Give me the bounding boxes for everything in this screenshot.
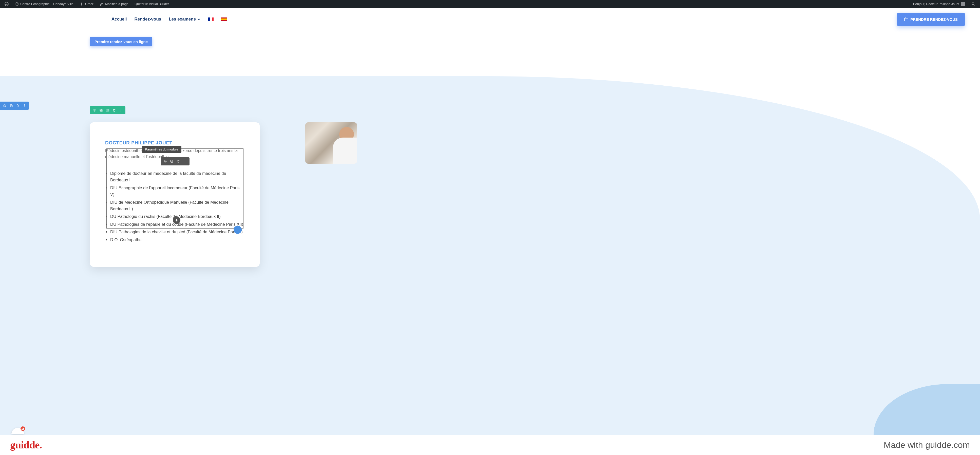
row-duplicate-icon[interactable] [98, 107, 104, 113]
avatar-icon [961, 2, 965, 6]
list-item: DIU de Médecine Orthopédique Manuelle (F… [110, 199, 245, 212]
search-toggle[interactable] [969, 0, 978, 8]
create-label: Créer [85, 2, 94, 6]
card-title: DOCTEUR PHILIPPE JOUET [105, 140, 245, 146]
calendar-icon [904, 17, 908, 21]
site-header: Accueil Rendez-vous Les examens PRENDRE … [0, 8, 980, 31]
svg-rect-5 [905, 18, 908, 21]
user-greeting[interactable]: Bonjour, Docteur Philippe Jouet [911, 0, 968, 8]
dashboard-icon [15, 2, 19, 6]
nav-exams[interactable]: Les examens [169, 17, 200, 22]
row-delete-icon[interactable] [111, 107, 117, 113]
header-cta-label: PRENDRE RENDEZ-VOUS [910, 17, 958, 22]
section-delete-icon[interactable] [15, 103, 21, 109]
svg-line-2 [17, 3, 18, 4]
chevron-down-icon [197, 18, 200, 21]
svg-rect-16 [100, 109, 102, 111]
flag-es-icon [221, 18, 227, 21]
pencil-icon [100, 2, 103, 6]
svg-line-4 [974, 4, 975, 5]
module-settings-tooltip: Paramètres du module [142, 146, 181, 153]
module-more-icon[interactable] [182, 158, 188, 164]
svg-point-27 [185, 160, 185, 161]
svg-point-28 [185, 161, 185, 162]
wordpress-icon [5, 2, 9, 6]
column-add-handle[interactable] [234, 226, 242, 234]
wp-logo[interactable] [2, 0, 11, 8]
wp-admin-right: Bonjour, Docteur Philippe Jouet [911, 0, 978, 8]
row-columns-icon[interactable] [105, 107, 111, 113]
svg-rect-20 [108, 109, 109, 111]
plus-icon [80, 2, 84, 6]
primary-nav: Accueil Rendez-vous Les examens [111, 17, 227, 22]
svg-rect-18 [106, 109, 107, 111]
svg-rect-17 [100, 110, 102, 111]
create-new-link[interactable]: Créer [77, 0, 96, 8]
nav-rendezvous[interactable]: Rendez-vous [134, 17, 161, 22]
exit-vb-label: Quitter le Visual Builder [135, 2, 169, 6]
flag-fr-icon [208, 18, 213, 21]
doctor-card: DOCTEUR PHILIPPE JOUET Médecin ostéopath… [90, 123, 260, 267]
nav-lang-es[interactable] [221, 17, 227, 22]
row-settings-icon[interactable] [91, 107, 97, 113]
nav-lang-fr[interactable] [208, 17, 213, 22]
module-settings-icon[interactable] [162, 158, 168, 164]
svg-rect-25 [170, 160, 172, 162]
section-duplicate-icon[interactable] [8, 103, 14, 109]
site-name-link[interactable]: Centre Echographie – Hendaye Ville [12, 0, 76, 8]
svg-rect-10 [10, 104, 12, 106]
svg-point-3 [972, 3, 974, 5]
header-cta-button[interactable]: PRENDRE RENDEZ-VOUS [897, 13, 965, 26]
svg-point-14 [24, 107, 25, 107]
greeting-text: Bonjour, Docteur Philippe Jouet [913, 2, 959, 6]
nav-home[interactable]: Accueil [111, 17, 127, 22]
svg-point-13 [24, 105, 25, 106]
module-duplicate-icon[interactable] [169, 158, 175, 164]
row-toolbar [90, 106, 126, 114]
svg-rect-11 [11, 105, 13, 107]
svg-point-21 [121, 109, 121, 110]
inline-rdv-button[interactable]: Prendre rendez-vous en ligne [90, 37, 152, 46]
add-module-button[interactable]: + [173, 216, 180, 224]
module-delete-icon[interactable] [175, 158, 181, 164]
section-toolbar [0, 102, 29, 110]
svg-point-9 [4, 105, 5, 106]
list-item: D.O. Ostéopathe [110, 236, 245, 243]
list-item: DIU Echographie de l'appareil locomoteur… [110, 185, 245, 198]
svg-point-29 [185, 162, 185, 163]
module-toolbar [161, 158, 189, 165]
plus-icon: + [175, 218, 178, 223]
svg-point-22 [121, 110, 121, 110]
site-name-text: Centre Echographie – Hendaye Ville [20, 2, 73, 6]
wp-admin-left: Centre Echographie – Hendaye Ville Créer… [2, 0, 172, 8]
svg-point-23 [121, 111, 121, 111]
list-item: DIU Pathologies de la cheville et du pie… [110, 229, 245, 235]
row-more-icon[interactable] [118, 107, 124, 113]
list-item: Diplôme de docteur en médecine de la fac… [110, 170, 245, 183]
edit-page-label: Modifier la page [105, 2, 129, 6]
exit-visual-builder[interactable]: Quitter le Visual Builder [132, 0, 172, 8]
svg-point-15 [94, 110, 95, 111]
svg-rect-19 [107, 109, 108, 111]
page-canvas: Prendre rendez-vous en ligne DOCTEUR PHI… [0, 31, 980, 435]
svg-point-12 [24, 104, 25, 105]
nav-exams-label: Les examens [169, 17, 196, 22]
qualifications-list: Diplôme de docteur en médecine de la fac… [105, 170, 245, 243]
search-icon [971, 2, 975, 6]
section-more-icon[interactable] [21, 103, 27, 109]
doctor-photo [305, 123, 357, 164]
section-settings-icon[interactable] [2, 103, 8, 109]
notification-badge: 18 [21, 426, 25, 431]
svg-point-24 [165, 161, 166, 162]
edit-page-link[interactable]: Modifier la page [97, 0, 131, 8]
svg-rect-26 [171, 161, 173, 163]
wp-admin-bar: Centre Echographie – Hendaye Ville Créer… [0, 0, 980, 8]
